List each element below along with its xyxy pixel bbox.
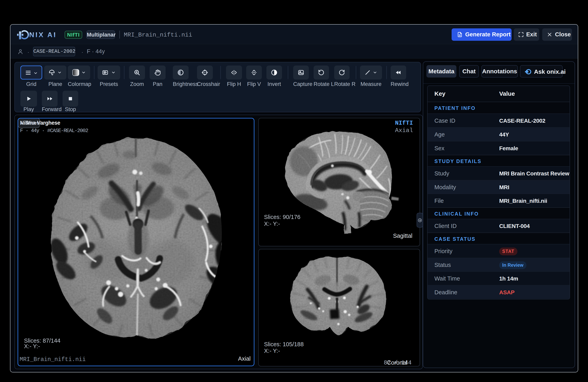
svg-text:NIX AI: NIX AI xyxy=(29,31,57,38)
